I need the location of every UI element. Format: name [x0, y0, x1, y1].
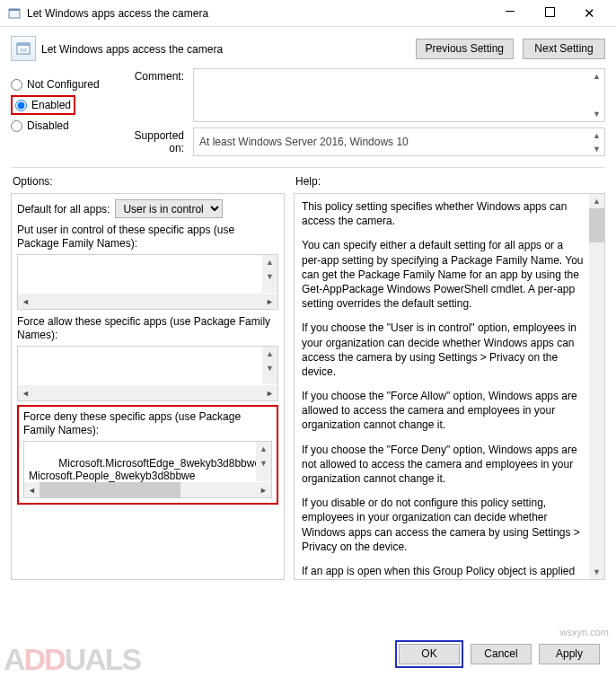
svg-rect-3: [17, 43, 30, 46]
window-title: Let Windows apps access the camera: [27, 7, 490, 20]
ok-highlight: OK: [395, 640, 463, 668]
scroll-up-icon[interactable]: [589, 128, 604, 142]
help-text: If you choose the "User is in control" o…: [302, 321, 585, 379]
user-control-label: Put user in control of these specific ap…: [17, 224, 278, 251]
help-body: This policy setting specifies whether Wi…: [294, 193, 605, 580]
default-apps-combo[interactable]: User is in control: [115, 199, 223, 218]
force-allow-listbox[interactable]: ◄►: [17, 346, 278, 401]
scroll-left-icon[interactable]: ◄: [18, 385, 33, 400]
svg-rect-1: [9, 9, 20, 11]
upper-section: Not Configured Enabled Disabled Comment:: [0, 65, 616, 167]
help-text: This policy setting specifies whether Wi…: [302, 199, 585, 228]
scroll-up-icon[interactable]: [256, 442, 271, 456]
help-text: You can specify either a default setting…: [302, 238, 585, 311]
scroll-left-icon[interactable]: ◄: [24, 482, 40, 497]
user-control-listbox[interactable]: ◄►: [17, 254, 278, 310]
scroll-down-icon[interactable]: [589, 565, 604, 579]
help-header: Help:: [294, 175, 605, 188]
scroll-right-icon[interactable]: ►: [262, 385, 277, 400]
apply-button[interactable]: Apply: [539, 644, 600, 664]
dialog-buttons: OK Cancel Apply: [395, 640, 600, 668]
next-setting-button[interactable]: Next Setting: [523, 39, 605, 59]
force-deny-highlight: Force deny these specific apps (use Pack…: [17, 405, 278, 505]
radio-enabled[interactable]: Enabled: [15, 99, 71, 111]
scroll-up-icon[interactable]: [262, 347, 277, 361]
watermark-logo: ADDUALS: [4, 642, 140, 677]
not-configured-label: Not Configured: [27, 78, 100, 91]
default-apps-label: Default for all apps:: [17, 203, 110, 215]
help-text: If you choose the "Force Allow" option, …: [302, 389, 585, 433]
force-deny-content: Microsoft.MicrosoftEdge_8wekyb3d8bbwe Mi…: [29, 457, 260, 482]
scroll-up-icon[interactable]: [589, 69, 604, 84]
help-text: If an app is open when this Group Policy…: [302, 564, 585, 580]
scroll-up-icon[interactable]: [262, 255, 277, 269]
scroll-down-icon[interactable]: [262, 361, 277, 375]
radio-disabled[interactable]: Disabled: [11, 119, 112, 132]
options-header: Options:: [11, 175, 285, 188]
title-bar: Let Windows apps access the camera ✕: [0, 0, 616, 27]
scroll-down-icon[interactable]: [256, 456, 271, 470]
options-body: Default for all apps: User is in control…: [11, 193, 285, 580]
scroll-right-icon[interactable]: ►: [262, 294, 277, 309]
scroll-down-icon[interactable]: [589, 142, 604, 155]
supported-label: Supported on:: [121, 127, 193, 156]
force-deny-listbox[interactable]: Microsoft.MicrosoftEdge_8wekyb3d8bbwe Mi…: [23, 441, 272, 498]
policy-large-icon: [11, 36, 36, 61]
maximize-button[interactable]: [530, 0, 569, 27]
enabled-highlight: Enabled: [11, 95, 75, 115]
disabled-radio[interactable]: [11, 120, 22, 132]
state-radios: Not Configured Enabled Disabled: [11, 68, 112, 162]
comment-textarea[interactable]: [193, 68, 605, 122]
scroll-down-icon[interactable]: [262, 269, 277, 284]
lower-section: Options: Default for all apps: User is i…: [11, 167, 605, 580]
scroll-thumb[interactable]: [589, 208, 604, 242]
enabled-label: Enabled: [31, 99, 71, 111]
minimize-button[interactable]: [490, 0, 530, 27]
scroll-right-icon[interactable]: ►: [256, 482, 271, 497]
not-configured-radio[interactable]: [11, 79, 22, 91]
supported-on-field: At least Windows Server 2016, Windows 10: [193, 127, 605, 156]
help-text: If you disable or do not configure this …: [302, 496, 585, 554]
enabled-radio[interactable]: [15, 100, 27, 111]
close-button[interactable]: ✕: [569, 0, 609, 27]
policy-title: Let Windows apps access the camera: [41, 41, 416, 56]
comment-label: Comment:: [121, 68, 193, 122]
ok-button[interactable]: OK: [399, 644, 460, 664]
disabled-label: Disabled: [27, 119, 69, 132]
previous-setting-button[interactable]: Previous Setting: [416, 39, 514, 59]
watermark-site: wsxyn.com: [560, 627, 609, 637]
force-deny-label: Force deny these specific apps (use Pack…: [23, 410, 272, 437]
scroll-down-icon[interactable]: [589, 107, 604, 121]
scroll-up-icon[interactable]: [589, 194, 604, 208]
radio-not-configured[interactable]: Not Configured: [11, 78, 112, 91]
supported-value: At least Windows Server 2016, Windows 10: [199, 136, 409, 148]
help-text: If you choose the "Force Deny" option, W…: [302, 443, 585, 487]
force-allow-label: Force allow these specific apps (use Pac…: [17, 315, 278, 342]
policy-icon: [7, 6, 22, 21]
header: Let Windows apps access the camera Previ…: [0, 27, 616, 65]
cancel-button[interactable]: Cancel: [471, 644, 532, 664]
help-scrollbar[interactable]: [589, 194, 604, 579]
scroll-left-icon[interactable]: ◄: [18, 294, 33, 309]
